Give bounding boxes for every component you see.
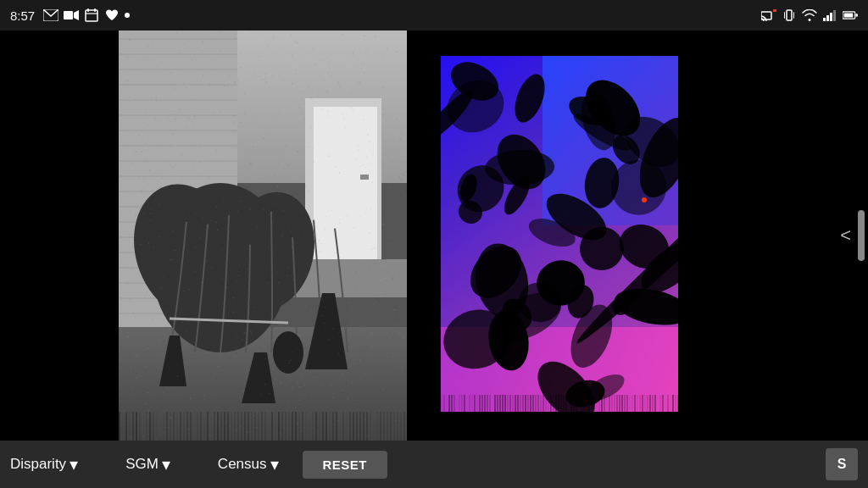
svg-marker-2 (74, 10, 79, 20)
reset-button[interactable]: RESET (303, 451, 388, 479)
wifi-icon (802, 9, 817, 21)
scroll-handle[interactable] (858, 210, 865, 261)
svg-rect-3 (86, 10, 97, 21)
signal-icon (822, 9, 837, 21)
disparity-map (415, 30, 704, 441)
svg-rect-1 (64, 11, 73, 19)
status-time: 8:57 (10, 8, 35, 23)
vibrate-icon (782, 9, 797, 21)
cost-label: Census (218, 456, 267, 473)
disparity-dropdown-group[interactable]: Disparity ▾ (10, 454, 78, 474)
bottom-toolbar: Disparity ▾ SGM ▾ Census ▾ RESET S (0, 441, 868, 488)
calendar-icon (84, 9, 99, 21)
svg-rect-12 (823, 18, 826, 21)
svg-rect-8 (773, 9, 776, 12)
s-button[interactable]: S (826, 448, 858, 480)
cost-dropdown-group[interactable]: Census ▾ (218, 454, 279, 474)
gmail-icon (43, 9, 58, 21)
disparity-dropdown-arrow[interactable]: ▾ (70, 454, 78, 474)
grayscale-image (119, 30, 407, 441)
left-image-panel (119, 30, 407, 441)
svg-rect-9 (787, 10, 792, 20)
algorithm-dropdown-group[interactable]: SGM ▾ (125, 454, 170, 474)
cost-dropdown-arrow[interactable]: ▾ (270, 454, 279, 474)
status-icons-left (43, 9, 130, 21)
chevron-left-icon[interactable]: < (840, 225, 851, 247)
status-icons-right (761, 9, 858, 21)
svg-rect-13 (826, 15, 829, 21)
main-content: < (0, 30, 868, 441)
battery-icon (843, 9, 858, 21)
svg-rect-7 (761, 12, 771, 19)
heart-icon (104, 9, 120, 21)
algorithm-dropdown-arrow[interactable]: ▾ (162, 454, 170, 474)
algorithm-label: SGM (125, 456, 159, 473)
video-icon (64, 9, 79, 21)
cast-icon (761, 9, 776, 21)
svg-rect-18 (856, 14, 858, 16)
svg-rect-17 (844, 14, 854, 18)
disparity-label: Disparity (10, 456, 66, 473)
status-bar: 8:57 (0, 0, 868, 30)
notification-dot (125, 13, 130, 18)
svg-rect-14 (830, 13, 832, 21)
svg-rect-15 (833, 10, 836, 21)
disparity-image-panel (415, 30, 704, 441)
